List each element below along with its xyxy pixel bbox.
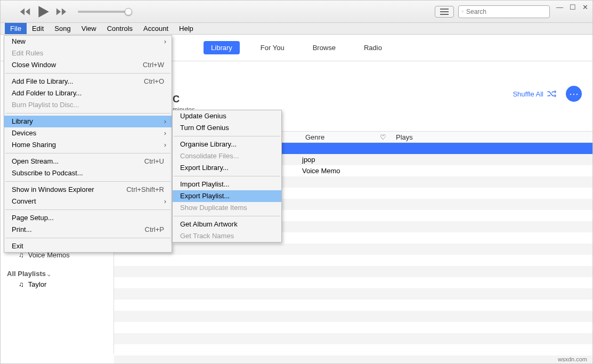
menu-item-subscribe-to-podcast[interactable]: Subscribe to Podcast... (4, 167, 172, 179)
menu-item-export-playlist[interactable]: Export Playlist... (173, 190, 281, 202)
menu-account[interactable]: Account (138, 23, 174, 34)
titlebar: — ☐ ✕ (1, 1, 592, 23)
col-plays[interactable]: Plays (393, 133, 592, 141)
menu-item-add-file-to-library[interactable]: Add File to Library...Ctrl+O (4, 76, 172, 87)
menu-item-library[interactable]: Library› (4, 116, 172, 127)
search-box[interactable] (458, 5, 550, 18)
table-row-empty (114, 244, 592, 255)
menu-item-new[interactable]: New› (4, 36, 172, 47)
menu-item-print[interactable]: Print...Ctrl+P (4, 224, 172, 236)
menu-item-exit[interactable]: Exit (4, 240, 172, 252)
watermark: wsxdn.com (558, 356, 587, 362)
menu-item-export-library[interactable]: Export Library... (173, 162, 281, 174)
minimize-button[interactable]: — (556, 3, 563, 11)
tab-browse[interactable]: Browse (305, 41, 343, 54)
prev-button[interactable] (19, 7, 31, 17)
chevron-right-icon: › (164, 36, 166, 47)
chevron-right-icon: › (164, 139, 166, 151)
sidebar-section-all-playlists[interactable]: All Playlists ⌵ (7, 270, 50, 278)
svg-point-0 (462, 11, 463, 12)
search-icon (462, 8, 464, 15)
menu-edit[interactable]: Edit (27, 23, 49, 34)
sidebar-item-taylor[interactable]: ♫ Taylor (19, 280, 46, 288)
menubar: FileEditSongViewControlsAccountHelp (1, 23, 592, 35)
menu-item-add-folder-to-library[interactable]: Add Folder to Library... (4, 87, 172, 99)
menu-item-edit-rules: Edit Rules (4, 47, 172, 59)
tab-library[interactable]: Library (204, 41, 240, 54)
chevron-right-icon: › (164, 116, 166, 127)
search-input[interactable] (466, 8, 546, 15)
maximize-button[interactable]: ☐ (570, 3, 576, 11)
menu-song[interactable]: Song (49, 23, 76, 34)
shuffle-all-button[interactable]: Shuffle All (513, 90, 556, 98)
col-genre[interactable]: Genre (302, 133, 377, 141)
chevron-right-icon: › (164, 196, 166, 207)
table-row-empty (114, 300, 592, 311)
volume-slider[interactable] (78, 11, 128, 13)
table-row-empty (114, 255, 592, 266)
menu-item-import-playlist[interactable]: Import Playlist... (173, 179, 281, 190)
menu-view[interactable]: View (76, 23, 102, 34)
menu-item-get-track-names: Get Track Names (173, 230, 281, 242)
playlist-icon: ♫ (19, 280, 24, 288)
page-title: C (173, 94, 180, 105)
file-menu: New›Edit RulesClose WindowCtrl+WAdd File… (4, 35, 172, 253)
menu-item-page-setup[interactable]: Page Setup... (4, 212, 172, 224)
menu-item-show-in-windows-explorer[interactable]: Show in Windows ExplorerCtrl+Shift+R (4, 184, 172, 196)
shuffle-icon (547, 90, 556, 98)
play-button[interactable] (36, 5, 50, 19)
close-button[interactable]: ✕ (582, 3, 588, 11)
menu-item-convert[interactable]: Convert› (4, 196, 172, 207)
menu-item-home-sharing[interactable]: Home Sharing› (4, 139, 172, 151)
chevron-down-icon: ⌵ (47, 272, 50, 277)
menu-controls[interactable]: Controls (102, 23, 138, 34)
table-row-empty (114, 344, 592, 355)
table-row-empty (114, 266, 592, 277)
col-heart[interactable]: ♡ (377, 133, 393, 141)
next-button[interactable] (55, 7, 67, 17)
table-row-empty (114, 355, 592, 364)
tab-for-you[interactable]: For You (253, 41, 292, 54)
menu-help[interactable]: Help (174, 23, 199, 34)
table-row-empty (114, 322, 592, 333)
menu-item-turn-off-genius[interactable]: Turn Off Genius (173, 122, 281, 134)
list-view-button[interactable] (435, 6, 454, 18)
menu-item-close-window[interactable]: Close WindowCtrl+W (4, 59, 172, 71)
menu-item-show-duplicate-items: Show Duplicate Items (173, 202, 281, 214)
table-row-empty (114, 311, 592, 322)
menu-item-update-genius[interactable]: Update Genius (173, 110, 281, 122)
table-row-empty (114, 333, 592, 344)
menu-item-burn-playlist-to-disc: Burn Playlist to Disc... (4, 99, 172, 111)
menu-item-organise-library[interactable]: Organise Library... (173, 139, 281, 150)
menu-item-devices[interactable]: Devices› (4, 127, 172, 139)
more-button[interactable]: ⋯ (566, 86, 582, 102)
table-row-empty (114, 277, 592, 288)
menu-item-get-album-artwork[interactable]: Get Album Artwork (173, 219, 281, 230)
tab-radio[interactable]: Radio (356, 41, 389, 54)
chevron-right-icon: › (164, 127, 166, 139)
menu-item-consolidate-files: Consolidate Files... (173, 150, 281, 162)
library-submenu: Update GeniusTurn Off GeniusOrganise Lib… (172, 110, 282, 242)
table-row-empty (114, 288, 592, 300)
menu-file[interactable]: File (5, 23, 27, 34)
menu-item-open-stream[interactable]: Open Stream...Ctrl+U (4, 156, 172, 167)
